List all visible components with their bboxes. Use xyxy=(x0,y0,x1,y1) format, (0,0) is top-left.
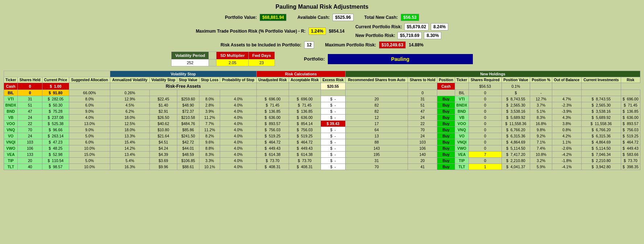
table-row-tip: TIP 20 $ 110.54 5.0% 5.4% $3.69 $106.85 … xyxy=(4,158,640,164)
volatility-stop-header: Volatility Stop xyxy=(110,71,256,77)
stop-loss: 2.8% xyxy=(199,102,220,108)
unadj-risk: $ 756.03 xyxy=(256,127,289,133)
price: $ 96.66 xyxy=(42,127,69,133)
volatility-period-val[interactable]: 252 xyxy=(172,59,209,66)
ticker-cell: VNQI xyxy=(4,139,18,145)
ticker-cell: VNQ xyxy=(4,127,18,133)
ann-vol: 15.4% xyxy=(110,139,150,145)
excess-risk-cell: $ - xyxy=(321,164,345,170)
stop-loss: 8.3% xyxy=(199,152,220,158)
out-of-balance: 4.3% xyxy=(552,115,581,121)
vol-stop: $21.64 xyxy=(149,133,177,139)
unadj-risk: $ 636.00 xyxy=(256,115,289,121)
col-probability-of-stop: Probability of Stop xyxy=(220,77,256,83)
prob-stop: 4.0% xyxy=(220,133,256,139)
stop-loss: 8.8% xyxy=(199,145,220,152)
sd-multiplier-val[interactable]: 2.05 xyxy=(216,59,248,66)
col-stop-loss: Stop Loss xyxy=(199,77,220,83)
ann-vol: 18.0% xyxy=(110,127,150,133)
new-portfolio-risk-label: New Portfolio Risk: xyxy=(355,33,395,38)
suggested-alloc: 5.0% xyxy=(69,158,110,164)
nh-shares-req: 0 xyxy=(469,133,501,139)
suggested-alloc: 9.0% xyxy=(69,127,110,133)
price: $ 98.57 xyxy=(42,164,69,170)
table-row-bndx: BNDX 51 $ 50.30 6.0% 4.5% $1.40 $48.90 2… xyxy=(4,102,640,108)
fwd-days-header: Fwd Days xyxy=(248,52,274,59)
stop-loss: 11.2% xyxy=(199,115,220,121)
nh-ticker: VOO xyxy=(455,121,468,127)
nh-ticker: TLT xyxy=(455,164,468,170)
price: $ 282.05 xyxy=(42,96,69,102)
new-portfolio-risk-val: $5,719.69 xyxy=(397,32,422,39)
unadj-risk: $ 136.85 xyxy=(256,108,289,115)
shares-held: 20 xyxy=(18,158,42,164)
risk-cell: $ 893.57 xyxy=(621,121,640,127)
nh-ticker: VNQ xyxy=(455,127,468,133)
nh-pos-val: $ 6,766.20 xyxy=(501,127,530,133)
stop-value: $259.60 xyxy=(177,96,199,102)
price: $ 263.14 xyxy=(42,133,69,139)
risk-cell: $ 464.72 xyxy=(621,139,640,145)
ann-vol: 18.0% xyxy=(110,115,150,121)
accept-risk: $ 696.00 xyxy=(289,96,321,102)
excess-risk-cell: $ - xyxy=(321,102,345,108)
nh-pos-pct: 9.2% xyxy=(530,133,552,139)
table-row-vo: VO 24 $ 263.14 5.0% 13.3% $21.64 $241.50… xyxy=(4,133,640,139)
stop-loss: 8.0% xyxy=(199,96,220,102)
position-cell: Buy xyxy=(437,102,455,108)
bil-shares-held: 0 xyxy=(18,90,42,96)
current-portfolio-risk-pct: 8.24% xyxy=(431,23,448,30)
max-portfolio-risk-label: Maximum Portfolio Risk: xyxy=(325,42,376,47)
total-new-cash-label: Total New Cash: xyxy=(364,15,398,20)
cash-row: Cash 0 $ 1.00 Risk-Free Assets $20.55 Ca… xyxy=(4,83,640,90)
nh-pos-pct: 9.8% xyxy=(530,127,552,133)
table-row-vti: VTI 31 $ 282.05 8.0% 12.9% $22.45 $259.6… xyxy=(4,96,640,102)
accept-risk: $ 71.45 xyxy=(289,102,321,108)
suggested-alloc: 13.0% xyxy=(69,121,110,127)
shares-to-hold: 47 xyxy=(408,108,437,115)
nh-pos-val: $ 5,114.50 xyxy=(501,145,530,152)
risk-cell: $ 73.70 xyxy=(621,158,640,164)
col-position-value: Position Value xyxy=(501,77,530,83)
stop-value: $48.59 xyxy=(177,152,199,158)
shares-to-hold: 41 xyxy=(408,164,437,170)
risk-free-assets-label: Risk-Free Assets xyxy=(166,84,201,89)
risk-cell: $ 756.03 xyxy=(621,127,640,133)
cash-nh-pos-val: $56.53 xyxy=(469,83,501,90)
nh-shares-req: 0 xyxy=(469,127,501,133)
stop-loss: 10.1% xyxy=(199,164,220,170)
risk-cell: $ 696.00 xyxy=(621,96,640,102)
table-row-vnqi: VNQI 103 $ 47.23 6.0% 15.4% $4.51 $42.72… xyxy=(4,139,640,145)
suggested-alloc: 4.0% xyxy=(69,115,110,121)
ticker-cell: VEA xyxy=(4,152,18,158)
ticker-cell: VB xyxy=(4,115,18,121)
accept-risk: $ 449.43 xyxy=(289,145,321,152)
table-row-vnq: VNQ 70 $ 96.66 9.0% 18.0% $10.80 $85.86 … xyxy=(4,127,640,133)
table-row-tlt: TLT 40 $ 98.57 10.0% 16.3% $9.96 $88.61 … xyxy=(4,164,640,170)
nh-pos-val: $ 2,565.30 xyxy=(501,102,530,108)
prob-stop: 4.0% xyxy=(220,158,256,164)
ticker-cell: VWO xyxy=(4,145,18,152)
nh-pos-pct: 12.7% xyxy=(530,96,552,102)
nh-pos-pct: 10.8% xyxy=(530,152,552,158)
col-recommended-shares: Recommended Shares from Auto xyxy=(346,77,408,83)
main-table: Volatility Stop Risk Calculations New Ho… xyxy=(4,71,640,170)
rec-shares: 82 xyxy=(346,102,408,108)
current-portfolio-risk-val: $5,679.02 xyxy=(404,23,429,30)
fwd-days-val[interactable]: 23 xyxy=(248,59,274,66)
position-cell: Buy xyxy=(437,127,455,133)
nh-shares-req: 7 xyxy=(469,152,501,158)
nh-pos-pct: 5.9% xyxy=(530,164,552,170)
nh-ticker: VB xyxy=(455,115,468,121)
rec-shares: 143 xyxy=(346,145,408,152)
stop-value: $210.58 xyxy=(177,115,199,121)
shares-held: 47 xyxy=(18,108,42,115)
shares-held: 24 xyxy=(18,133,42,139)
out-of-balance: 1.1% xyxy=(552,139,581,145)
nh-pos-pct: 16.8% xyxy=(530,121,552,127)
vol-stop: $4.39 xyxy=(149,152,177,158)
col-excess-risk: Excess Risk xyxy=(321,77,345,83)
accept-risk: $ 464.72 xyxy=(289,139,321,145)
rec-shares: 70 xyxy=(346,164,408,170)
rec-shares: 13 xyxy=(346,133,408,139)
